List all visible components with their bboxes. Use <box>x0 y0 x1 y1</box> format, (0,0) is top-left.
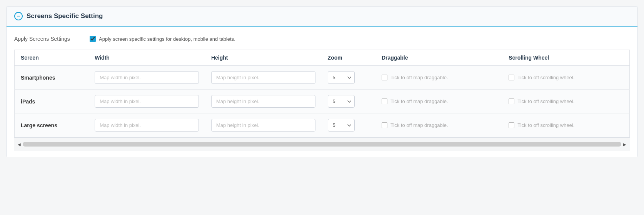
scrolling-wheel-label: Tick to off scrolling wheel. <box>517 75 574 80</box>
header-row: Screen Width Height Zoom Draggable Scrol… <box>15 50 630 66</box>
zoom-cell: 1234567891011121314151617181920 <box>322 90 375 113</box>
apply-screens-checkbox[interactable] <box>90 36 96 42</box>
scrolling-wheel-cell: Tick to off scrolling wheel. <box>502 90 629 113</box>
scrolling-wheel-checkbox[interactable] <box>509 98 514 104</box>
scrolling-wheel-label: Tick to off scrolling wheel. <box>517 122 574 128</box>
screen-name: iPads <box>21 98 35 105</box>
apply-checkbox-wrapper: Apply screen specific settings for deskt… <box>90 36 235 42</box>
zoom-select[interactable]: 1234567891011121314151617181920 <box>328 95 355 108</box>
draggable-wrapper: Tick to off map draggable. <box>382 122 496 128</box>
scrollbar: ◀ ▶ <box>14 137 630 151</box>
height-cell <box>205 66 322 90</box>
scrolling-wheel-checkbox[interactable] <box>509 75 514 80</box>
zoom-cell: 1234567891011121314151617181920 <box>322 66 375 90</box>
map-height-input[interactable] <box>211 119 315 132</box>
height-cell <box>205 113 322 137</box>
col-header-width: Width <box>88 50 205 66</box>
table-body: Smartphones12345678910111213141516171819… <box>15 66 630 137</box>
draggable-checkbox[interactable] <box>382 122 387 128</box>
map-width-input[interactable] <box>95 71 199 84</box>
scrolling-wheel-wrapper: Tick to off scrolling wheel. <box>509 75 623 80</box>
section-body: Apply Screens Settings Apply screen spec… <box>7 27 637 157</box>
map-width-input[interactable] <box>95 119 199 132</box>
zoom-select[interactable]: 1234567891011121314151617181920 <box>328 119 355 132</box>
map-height-input[interactable] <box>211 71 315 84</box>
height-cell <box>205 90 322 113</box>
apply-row: Apply Screens Settings Apply screen spec… <box>14 36 630 42</box>
col-header-scrolling-wheel: Scrolling Wheel <box>502 50 629 66</box>
draggable-checkbox[interactable] <box>382 75 387 80</box>
screen-name-cell: Large screens <box>15 113 89 137</box>
screen-name-cell: Smartphones <box>15 66 89 90</box>
draggable-label: Tick to off map draggable. <box>390 122 448 128</box>
page-container: − Screens Specific Setting Apply Screens… <box>6 6 638 157</box>
col-header-screen: Screen <box>15 50 89 66</box>
scroll-right-arrow[interactable]: ▶ <box>621 141 628 148</box>
width-cell <box>88 90 205 113</box>
draggable-wrapper: Tick to off map draggable. <box>382 98 496 104</box>
col-header-draggable: Draggable <box>375 50 502 66</box>
scrolling-wheel-checkbox[interactable] <box>509 122 514 128</box>
section-title: Screens Specific Setting <box>27 12 103 20</box>
draggable-label: Tick to off map draggable. <box>390 75 448 80</box>
screen-name: Smartphones <box>21 75 55 81</box>
scrolling-wheel-label: Tick to off scrolling wheel. <box>517 98 574 104</box>
zoom-cell: 1234567891011121314151617181920 <box>322 113 375 137</box>
draggable-cell: Tick to off map draggable. <box>375 113 502 137</box>
table-row: Large screens123456789101112131415161718… <box>15 113 630 137</box>
scrollbar-track[interactable] <box>23 142 621 147</box>
collapse-icon[interactable]: − <box>14 12 23 20</box>
section-header: − Screens Specific Setting <box>7 7 637 27</box>
apply-screens-description: Apply screen specific settings for deskt… <box>99 36 235 42</box>
zoom-select[interactable]: 1234567891011121314151617181920 <box>328 71 355 84</box>
width-cell <box>88 113 205 137</box>
draggable-checkbox[interactable] <box>382 98 387 104</box>
screen-name-cell: iPads <box>15 90 89 113</box>
scrolling-wheel-wrapper: Tick to off scrolling wheel. <box>509 98 623 104</box>
col-header-height: Height <box>205 50 322 66</box>
scrolling-wheel-cell: Tick to off scrolling wheel. <box>502 113 629 137</box>
draggable-wrapper: Tick to off map draggable. <box>382 75 496 80</box>
apply-screens-label: Apply Screens Settings <box>14 36 83 42</box>
col-header-zoom: Zoom <box>322 50 375 66</box>
draggable-label: Tick to off map draggable. <box>390 98 448 104</box>
table-row: iPads1234567891011121314151617181920Tick… <box>15 90 630 113</box>
table-header: Screen Width Height Zoom Draggable Scrol… <box>15 50 630 66</box>
screen-name: Large screens <box>21 122 57 128</box>
scroll-left-arrow[interactable]: ◀ <box>16 141 23 148</box>
scrolling-wheel-wrapper: Tick to off scrolling wheel. <box>509 122 623 128</box>
map-height-input[interactable] <box>211 95 315 108</box>
screens-table: Screen Width Height Zoom Draggable Scrol… <box>14 50 630 137</box>
table-row: Smartphones12345678910111213141516171819… <box>15 66 630 90</box>
scrolling-wheel-cell: Tick to off scrolling wheel. <box>502 66 629 90</box>
draggable-cell: Tick to off map draggable. <box>375 66 502 90</box>
width-cell <box>88 66 205 90</box>
draggable-cell: Tick to off map draggable. <box>375 90 502 113</box>
map-width-input[interactable] <box>95 95 199 108</box>
